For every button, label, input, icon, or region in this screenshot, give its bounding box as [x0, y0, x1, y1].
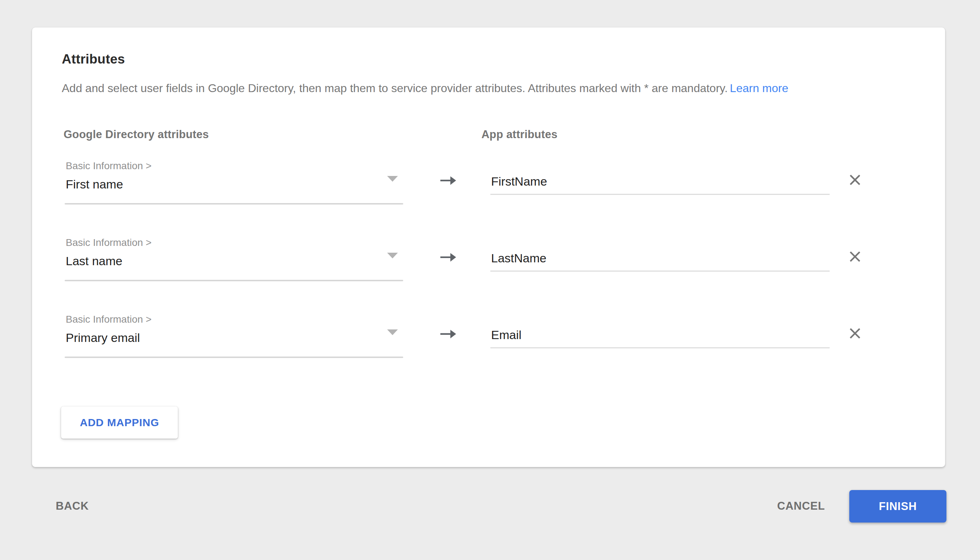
app-attribute-input[interactable] [491, 328, 829, 342]
app-attribute-input[interactable] [491, 251, 829, 265]
page-title: Attributes [62, 52, 125, 67]
caret-down-icon [387, 330, 398, 335]
back-button[interactable]: BACK [56, 500, 89, 513]
remove-mapping-button[interactable] [848, 327, 862, 340]
dropdown-category-label: Basic Information > [66, 314, 152, 325]
column-header-app: App attributes [481, 128, 558, 141]
mapping-row: Basic Information > Last name [65, 237, 915, 298]
google-attribute-dropdown[interactable]: Basic Information > Primary email [65, 314, 403, 360]
app-attribute-field [490, 160, 830, 196]
dropdown-underline [65, 280, 403, 281]
dropdown-category-label: Basic Information > [66, 237, 152, 248]
caret-down-icon [387, 253, 398, 258]
dropdown-underline [65, 357, 403, 358]
mapping-row: Basic Information > First name [65, 160, 915, 221]
close-icon [849, 174, 861, 186]
input-underline [490, 194, 830, 195]
arrow-right-icon [440, 250, 456, 264]
remove-mapping-button[interactable] [848, 173, 862, 187]
learn-more-link[interactable]: Learn more [730, 82, 788, 95]
close-icon [849, 250, 861, 263]
dropdown-category-label: Basic Information > [66, 160, 152, 172]
google-attribute-dropdown[interactable]: Basic Information > First name [65, 160, 403, 207]
dropdown-selected-value: First name [66, 177, 123, 191]
app-attribute-field [490, 237, 830, 273]
add-mapping-button[interactable]: ADD MAPPING [61, 407, 178, 438]
finish-button[interactable]: FINISH [849, 490, 947, 523]
mapping-row: Basic Information > Primary email [65, 314, 915, 374]
arrow-right-icon [440, 174, 456, 187]
attributes-card: Attributes Add and select user fields in… [32, 27, 945, 467]
input-underline [490, 347, 830, 348]
page-background: Attributes Add and select user fields in… [0, 0, 980, 560]
dropdown-selected-value: Primary email [66, 331, 140, 345]
remove-mapping-button[interactable] [848, 250, 862, 263]
dropdown-selected-value: Last name [66, 254, 122, 268]
caret-down-icon [387, 176, 398, 182]
app-attribute-input[interactable] [491, 175, 829, 188]
column-header-google-directory: Google Directory attributes [63, 128, 209, 141]
cancel-button[interactable]: CANCEL [777, 500, 825, 513]
dropdown-underline [65, 203, 403, 205]
input-underline [490, 270, 830, 272]
description-body: Add and select user fields in Google Dir… [62, 82, 728, 95]
description-text: Add and select user fields in Google Dir… [62, 82, 788, 95]
close-icon [849, 327, 861, 340]
google-attribute-dropdown[interactable]: Basic Information > Last name [65, 237, 403, 283]
arrow-right-icon [440, 327, 456, 341]
app-attribute-field [490, 314, 830, 349]
